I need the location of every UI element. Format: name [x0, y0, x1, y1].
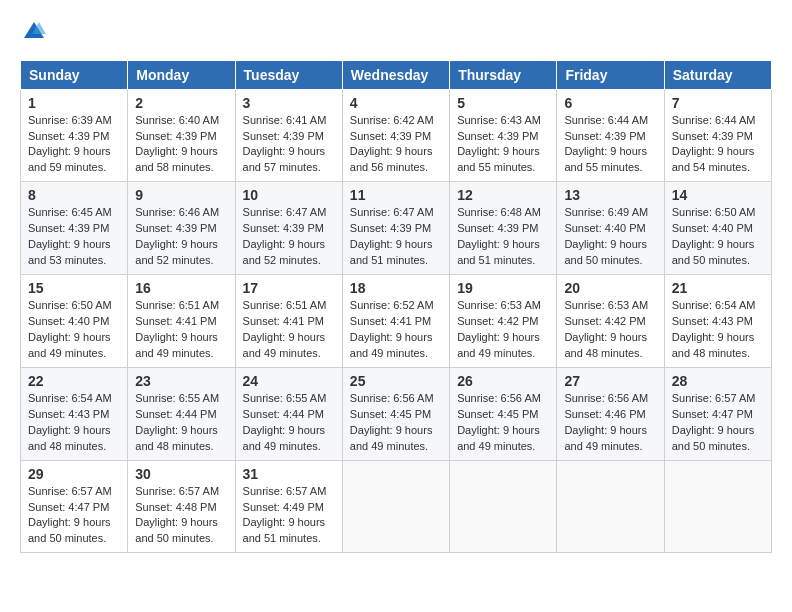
sunrise-label: Sunrise: 6:52 AM	[350, 299, 434, 311]
day-number: 1	[28, 95, 120, 111]
daylight-label: Daylight: 9 hours and 52 minutes.	[243, 238, 326, 266]
daylight-label: Daylight: 9 hours and 49 minutes.	[135, 331, 218, 359]
day-info: Sunrise: 6:48 AM Sunset: 4:39 PM Dayligh…	[457, 205, 549, 269]
sunrise-label: Sunrise: 6:51 AM	[135, 299, 219, 311]
day-number: 5	[457, 95, 549, 111]
daylight-label: Daylight: 9 hours and 49 minutes.	[457, 424, 540, 452]
sunset-label: Sunset: 4:41 PM	[243, 315, 324, 327]
sunset-label: Sunset: 4:47 PM	[672, 408, 753, 420]
sunset-label: Sunset: 4:43 PM	[672, 315, 753, 327]
daylight-label: Daylight: 9 hours and 50 minutes.	[672, 424, 755, 452]
sunset-label: Sunset: 4:44 PM	[135, 408, 216, 420]
daylight-label: Daylight: 9 hours and 48 minutes.	[672, 331, 755, 359]
weekday-header: Sunday	[21, 60, 128, 89]
sunrise-label: Sunrise: 6:56 AM	[350, 392, 434, 404]
day-number: 7	[672, 95, 764, 111]
day-info: Sunrise: 6:50 AM Sunset: 4:40 PM Dayligh…	[28, 298, 120, 362]
day-number: 6	[564, 95, 656, 111]
day-info: Sunrise: 6:46 AM Sunset: 4:39 PM Dayligh…	[135, 205, 227, 269]
sunrise-label: Sunrise: 6:54 AM	[672, 299, 756, 311]
daylight-label: Daylight: 9 hours and 49 minutes.	[457, 331, 540, 359]
day-number: 31	[243, 466, 335, 482]
sunset-label: Sunset: 4:49 PM	[243, 501, 324, 513]
calendar-cell: 1 Sunrise: 6:39 AM Sunset: 4:39 PM Dayli…	[21, 89, 128, 182]
day-info: Sunrise: 6:44 AM Sunset: 4:39 PM Dayligh…	[672, 113, 764, 177]
daylight-label: Daylight: 9 hours and 50 minutes.	[135, 516, 218, 544]
weekday-header-row: SundayMondayTuesdayWednesdayThursdayFrid…	[21, 60, 772, 89]
daylight-label: Daylight: 9 hours and 50 minutes.	[672, 238, 755, 266]
calendar-week-row: 22 Sunrise: 6:54 AM Sunset: 4:43 PM Dayl…	[21, 367, 772, 460]
daylight-label: Daylight: 9 hours and 49 minutes.	[350, 331, 433, 359]
daylight-label: Daylight: 9 hours and 58 minutes.	[135, 145, 218, 173]
day-number: 29	[28, 466, 120, 482]
day-info: Sunrise: 6:56 AM Sunset: 4:46 PM Dayligh…	[564, 391, 656, 455]
sunset-label: Sunset: 4:46 PM	[564, 408, 645, 420]
calendar-cell: 31 Sunrise: 6:57 AM Sunset: 4:49 PM Dayl…	[235, 460, 342, 553]
calendar-cell: 14 Sunrise: 6:50 AM Sunset: 4:40 PM Dayl…	[664, 182, 771, 275]
calendar-cell	[664, 460, 771, 553]
day-number: 22	[28, 373, 120, 389]
day-number: 18	[350, 280, 442, 296]
day-info: Sunrise: 6:57 AM Sunset: 4:47 PM Dayligh…	[672, 391, 764, 455]
sunrise-label: Sunrise: 6:43 AM	[457, 114, 541, 126]
day-number: 20	[564, 280, 656, 296]
weekday-header: Wednesday	[342, 60, 449, 89]
day-info: Sunrise: 6:41 AM Sunset: 4:39 PM Dayligh…	[243, 113, 335, 177]
sunrise-label: Sunrise: 6:57 AM	[28, 485, 112, 497]
calendar-cell: 25 Sunrise: 6:56 AM Sunset: 4:45 PM Dayl…	[342, 367, 449, 460]
day-info: Sunrise: 6:45 AM Sunset: 4:39 PM Dayligh…	[28, 205, 120, 269]
day-info: Sunrise: 6:50 AM Sunset: 4:40 PM Dayligh…	[672, 205, 764, 269]
day-number: 27	[564, 373, 656, 389]
calendar-week-row: 15 Sunrise: 6:50 AM Sunset: 4:40 PM Dayl…	[21, 275, 772, 368]
day-number: 23	[135, 373, 227, 389]
sunset-label: Sunset: 4:48 PM	[135, 501, 216, 513]
day-number: 14	[672, 187, 764, 203]
calendar-cell: 3 Sunrise: 6:41 AM Sunset: 4:39 PM Dayli…	[235, 89, 342, 182]
daylight-label: Daylight: 9 hours and 49 minutes.	[350, 424, 433, 452]
day-number: 17	[243, 280, 335, 296]
day-info: Sunrise: 6:49 AM Sunset: 4:40 PM Dayligh…	[564, 205, 656, 269]
sunrise-label: Sunrise: 6:57 AM	[135, 485, 219, 497]
day-info: Sunrise: 6:52 AM Sunset: 4:41 PM Dayligh…	[350, 298, 442, 362]
day-number: 3	[243, 95, 335, 111]
weekday-header: Saturday	[664, 60, 771, 89]
logo-icon	[22, 20, 46, 44]
sunrise-label: Sunrise: 6:39 AM	[28, 114, 112, 126]
day-info: Sunrise: 6:54 AM Sunset: 4:43 PM Dayligh…	[672, 298, 764, 362]
sunrise-label: Sunrise: 6:42 AM	[350, 114, 434, 126]
sunset-label: Sunset: 4:42 PM	[564, 315, 645, 327]
sunset-label: Sunset: 4:39 PM	[28, 222, 109, 234]
sunrise-label: Sunrise: 6:44 AM	[672, 114, 756, 126]
daylight-label: Daylight: 9 hours and 51 minutes.	[457, 238, 540, 266]
daylight-label: Daylight: 9 hours and 57 minutes.	[243, 145, 326, 173]
sunrise-label: Sunrise: 6:41 AM	[243, 114, 327, 126]
calendar-week-row: 1 Sunrise: 6:39 AM Sunset: 4:39 PM Dayli…	[21, 89, 772, 182]
sunset-label: Sunset: 4:43 PM	[28, 408, 109, 420]
sunset-label: Sunset: 4:39 PM	[564, 130, 645, 142]
sunrise-label: Sunrise: 6:50 AM	[28, 299, 112, 311]
day-info: Sunrise: 6:44 AM Sunset: 4:39 PM Dayligh…	[564, 113, 656, 177]
calendar-cell: 4 Sunrise: 6:42 AM Sunset: 4:39 PM Dayli…	[342, 89, 449, 182]
calendar-cell: 23 Sunrise: 6:55 AM Sunset: 4:44 PM Dayl…	[128, 367, 235, 460]
day-info: Sunrise: 6:47 AM Sunset: 4:39 PM Dayligh…	[243, 205, 335, 269]
day-info: Sunrise: 6:51 AM Sunset: 4:41 PM Dayligh…	[135, 298, 227, 362]
sunset-label: Sunset: 4:39 PM	[457, 130, 538, 142]
calendar-week-row: 8 Sunrise: 6:45 AM Sunset: 4:39 PM Dayli…	[21, 182, 772, 275]
day-info: Sunrise: 6:53 AM Sunset: 4:42 PM Dayligh…	[457, 298, 549, 362]
sunset-label: Sunset: 4:47 PM	[28, 501, 109, 513]
calendar-table: SundayMondayTuesdayWednesdayThursdayFrid…	[20, 60, 772, 554]
sunset-label: Sunset: 4:39 PM	[243, 222, 324, 234]
weekday-header: Tuesday	[235, 60, 342, 89]
sunrise-label: Sunrise: 6:57 AM	[243, 485, 327, 497]
day-number: 24	[243, 373, 335, 389]
day-number: 4	[350, 95, 442, 111]
calendar-cell: 17 Sunrise: 6:51 AM Sunset: 4:41 PM Dayl…	[235, 275, 342, 368]
sunrise-label: Sunrise: 6:57 AM	[672, 392, 756, 404]
daylight-label: Daylight: 9 hours and 49 minutes.	[243, 424, 326, 452]
day-number: 12	[457, 187, 549, 203]
calendar-cell: 20 Sunrise: 6:53 AM Sunset: 4:42 PM Dayl…	[557, 275, 664, 368]
sunrise-label: Sunrise: 6:56 AM	[564, 392, 648, 404]
day-number: 28	[672, 373, 764, 389]
sunset-label: Sunset: 4:44 PM	[243, 408, 324, 420]
calendar-cell	[342, 460, 449, 553]
